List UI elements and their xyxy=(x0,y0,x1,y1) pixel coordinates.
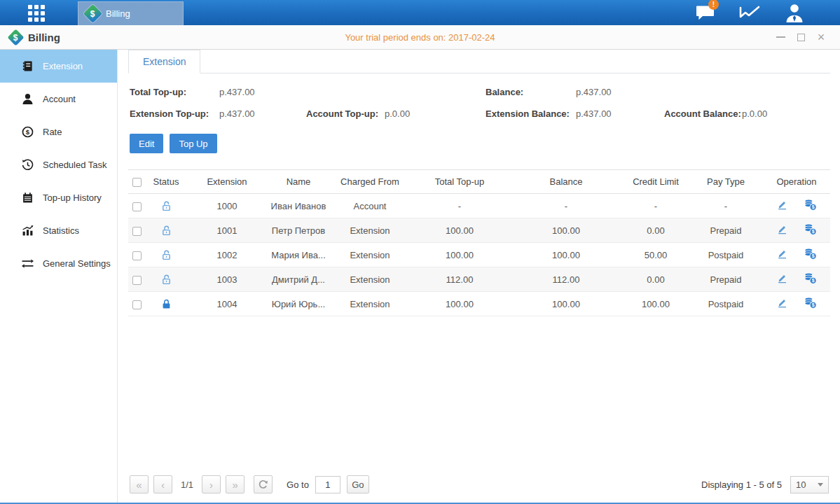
top-up-button[interactable]: Top Up xyxy=(170,134,216,153)
table-row[interactable]: 1000 Иван Иванов Account - - - - $ xyxy=(128,194,830,218)
bar-chart-icon xyxy=(21,225,34,237)
cell-total-topup: 100.00 xyxy=(410,218,509,243)
cell-pay-type: - xyxy=(689,194,763,218)
cell-name: Дмитрий Д... xyxy=(267,267,330,292)
balance-label: Balance: xyxy=(486,87,576,97)
edit-button[interactable]: Edit xyxy=(130,134,163,153)
cell-charged-from: Extension xyxy=(330,292,410,316)
minimize-button[interactable] xyxy=(776,32,785,42)
sidebar-item-label: Top-up History xyxy=(43,192,102,203)
cell-balance: 100.00 xyxy=(509,292,623,316)
sidebar-item-scheduled-task[interactable]: Scheduled Task xyxy=(0,148,117,181)
select-all-checkbox[interactable] xyxy=(132,178,142,187)
trial-notice: Your trial period ends on: 2017-02-24 xyxy=(0,32,840,43)
sidebar-item-statistics[interactable]: Statistics xyxy=(0,214,117,247)
notebook-icon xyxy=(21,60,34,73)
goto-label: Go to xyxy=(287,479,309,490)
status-lock-icon xyxy=(160,200,172,210)
cell-credit-limit: - xyxy=(623,194,689,218)
tab-extension[interactable]: Extension xyxy=(128,50,200,74)
cell-charged-from: Extension xyxy=(330,243,410,267)
cell-pay-type: Postpaid xyxy=(689,243,763,267)
col-total-topup: Total Top-up xyxy=(410,170,509,194)
line-chart-icon[interactable] xyxy=(738,3,762,22)
cell-pay-type: Postpaid xyxy=(689,292,763,316)
cell-extension: 1000 xyxy=(187,194,267,218)
dollar-circle-icon: $ xyxy=(21,126,34,139)
chevron-down-icon xyxy=(818,483,823,486)
edit-row-icon[interactable] xyxy=(776,248,788,262)
top-up-row-icon[interactable]: $ xyxy=(804,248,817,262)
top-up-row-icon[interactable]: $ xyxy=(804,223,817,237)
user-icon[interactable] xyxy=(783,3,806,22)
top-up-row-icon[interactable]: $ xyxy=(804,272,817,286)
table-row[interactable]: 1002 Мария Ива... Extension 100.00 100.0… xyxy=(128,243,830,267)
top-up-row-icon[interactable]: $ xyxy=(804,297,817,311)
cell-balance: 112.00 xyxy=(509,267,623,292)
page-size-select[interactable]: 10 xyxy=(790,476,829,493)
cell-charged-from: Account xyxy=(330,194,410,218)
svg-text:$: $ xyxy=(811,278,814,284)
table-row[interactable]: 1001 Петр Петров Extension 100.00 100.00… xyxy=(128,218,830,243)
prev-page-button[interactable]: ‹ xyxy=(153,475,172,493)
row-checkbox[interactable] xyxy=(132,227,142,236)
edit-row-icon[interactable] xyxy=(776,297,788,311)
app-menu-icon[interactable] xyxy=(28,5,45,22)
cell-total-topup: - xyxy=(410,194,509,218)
first-page-button[interactable]: « xyxy=(130,475,149,493)
extension-topup-value: p.437.00 xyxy=(219,108,255,119)
total-topup-value: p.437.00 xyxy=(219,87,255,97)
cell-balance: 100.00 xyxy=(509,218,623,243)
status-lock-icon xyxy=(160,248,172,259)
status-lock-icon xyxy=(160,273,172,284)
sidebar: Extension Account $ Rate xyxy=(0,50,118,503)
edit-row-icon[interactable] xyxy=(776,223,788,237)
table-row[interactable]: 1004 Юрий Юрь... Extension 100.00 100.00… xyxy=(128,292,830,316)
status-lock-icon xyxy=(160,298,172,308)
chat-icon[interactable]: ! xyxy=(693,3,717,22)
sidebar-item-general-settings[interactable]: General Settings xyxy=(0,247,117,280)
go-button[interactable]: Go xyxy=(347,475,369,493)
col-credit-limit: Credit Limit xyxy=(623,170,689,194)
table-header-row: Status Extension Name Charged From Total… xyxy=(128,170,830,194)
sidebar-item-rate[interactable]: $ Rate xyxy=(0,115,117,148)
cell-charged-from: Extension xyxy=(330,218,410,243)
col-name: Name xyxy=(267,170,330,194)
cell-credit-limit: 100.00 xyxy=(623,292,689,316)
refresh-icon[interactable] xyxy=(254,475,273,493)
close-button[interactable]: × xyxy=(816,32,826,42)
edit-row-icon[interactable] xyxy=(776,199,788,213)
next-page-button[interactable]: › xyxy=(202,475,221,493)
table-row[interactable]: 1003 Дмитрий Д... Extension 112.00 112.0… xyxy=(128,267,830,292)
row-checkbox[interactable] xyxy=(132,251,142,260)
cell-extension: 1001 xyxy=(187,218,267,243)
col-balance: Balance xyxy=(509,170,623,194)
sidebar-item-topup-history[interactable]: Top-up History xyxy=(0,181,117,214)
col-charged-from: Charged From xyxy=(330,170,410,194)
notification-badge: ! xyxy=(708,0,719,10)
cell-total-topup: 112.00 xyxy=(410,267,509,292)
last-page-button[interactable]: » xyxy=(226,475,245,493)
svg-text:$: $ xyxy=(811,229,814,234)
total-topup-label: Total Top-up: xyxy=(130,87,219,97)
svg-text:$: $ xyxy=(811,302,814,308)
billing-app-icon: $ xyxy=(83,4,102,23)
edit-row-icon[interactable] xyxy=(776,272,788,286)
sidebar-item-label: Account xyxy=(43,94,76,104)
sidebar-item-account[interactable]: Account xyxy=(0,83,117,115)
goto-page-input[interactable] xyxy=(315,476,340,493)
top-up-row-icon[interactable]: $ xyxy=(804,199,817,213)
window-title-label: Billing xyxy=(28,31,60,43)
cell-credit-limit: 0.00 xyxy=(623,218,689,243)
taskbar-billing-tab[interactable]: $ Billing xyxy=(78,1,184,25)
maximize-button[interactable] xyxy=(796,32,806,42)
cell-credit-limit: 50.00 xyxy=(623,243,689,267)
balance-value: p.437.00 xyxy=(576,87,612,97)
sidebar-item-extension[interactable]: Extension xyxy=(0,50,117,83)
row-checkbox[interactable] xyxy=(132,202,142,211)
clock-history-icon xyxy=(21,159,34,172)
row-checkbox[interactable] xyxy=(132,300,142,309)
cell-total-topup: 100.00 xyxy=(410,243,509,267)
billing-window-icon: $ xyxy=(7,29,24,46)
row-checkbox[interactable] xyxy=(132,276,142,285)
